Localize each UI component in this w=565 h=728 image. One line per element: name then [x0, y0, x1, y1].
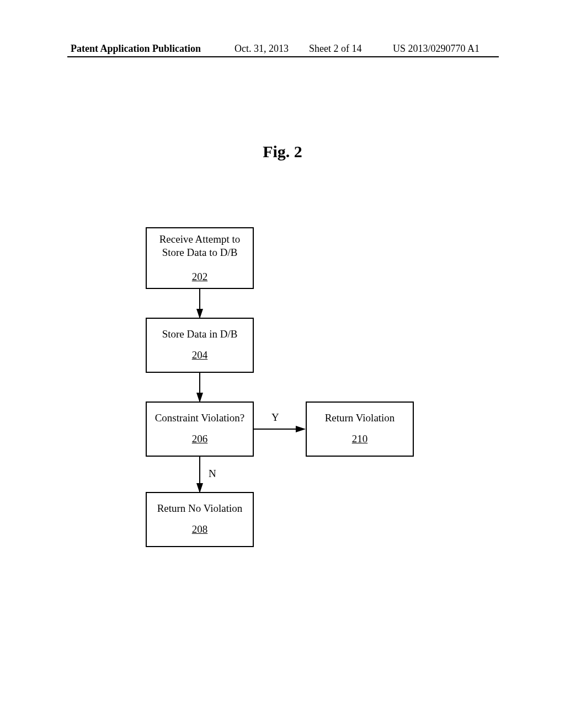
- flow-step-label: Store Data in D/B: [147, 328, 253, 341]
- edge-label-yes: Y: [271, 411, 279, 424]
- edge-label-no: N: [209, 468, 216, 480]
- flow-step-ref: 204: [147, 349, 253, 362]
- flow-step-label: Constraint Violation?: [147, 411, 253, 425]
- flow-step-ref: 206: [147, 432, 253, 446]
- flow-step-ref: 208: [147, 523, 253, 536]
- flow-step-receive-attempt: Receive Attempt toStore Data to D/B 202: [146, 227, 254, 289]
- flow-step-label: Return No Violation: [147, 502, 253, 515]
- flow-step-label: Return Violation: [307, 411, 413, 425]
- flow-step-ref: 202: [147, 270, 253, 283]
- flow-step-label: Receive Attempt toStore Data to D/B: [147, 233, 253, 259]
- flow-step-return-no-violation: Return No Violation 208: [146, 492, 254, 547]
- flow-step-ref: 210: [307, 432, 413, 446]
- flowchart: Receive Attempt toStore Data to D/B 202 …: [0, 0, 565, 728]
- flowchart-connectors: [0, 0, 565, 728]
- flow-step-return-violation: Return Violation 210: [306, 402, 414, 457]
- flow-step-store-data: Store Data in D/B 204: [146, 318, 254, 373]
- page: Patent Application Publication Oct. 31, …: [0, 0, 565, 728]
- flow-decision-constraint-violation: Constraint Violation? 206: [146, 402, 254, 457]
